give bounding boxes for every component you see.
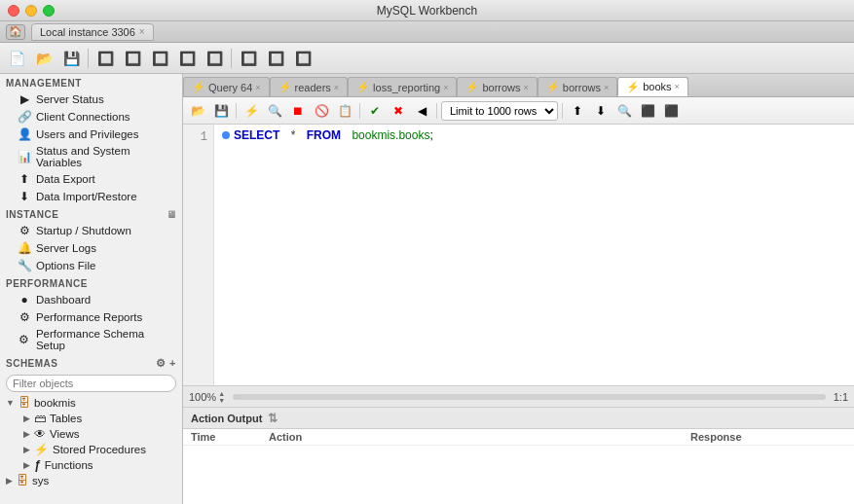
tab-books-close[interactable]: × [675,82,680,91]
sql-star: * [291,128,296,142]
sidebar-item-options-file[interactable]: 🔧 Options File [0,257,182,274]
tab-borrows2-close[interactable]: × [604,83,609,92]
schema-item-stored-procedures[interactable]: ▶ ⚡ Stored Procedures [14,442,182,457]
sql-space2 [299,128,302,142]
bookmis-children: ▶ 🗃 Tables ▶ 👁 Views ▶ ⚡ Stored Procedur… [0,411,182,473]
tab-books[interactable]: ⚡ books × [617,77,688,96]
sidebar-label-data-export: Data Export [36,173,95,185]
sidebar-item-server-logs[interactable]: 🔔 Server Logs [0,239,182,257]
toolbar-btn-6[interactable]: 🔲 [202,47,227,70]
action-output-toggle[interactable]: ⇅ [268,412,278,425]
close-button[interactable] [8,5,19,17]
tab-query64-label: Query 64 [208,82,252,93]
sidebar-item-server-status[interactable]: ▶ Server Status [0,90,182,108]
q-cancel-btn[interactable]: ✖ [388,100,409,122]
col-action-header: Action [269,431,690,443]
toolbar-btn-4[interactable]: 🔲 [147,47,172,70]
limit-select[interactable]: Limit to 1000 rows [441,101,558,121]
schema-item-sys[interactable]: ▶ 🗄 sys [0,473,182,488]
tab-borrows2[interactable]: ⚡ borrows × [538,77,617,96]
q-import-btn[interactable]: ⬇ [590,100,612,122]
zoom-control[interactable]: 100% ▲ ▼ [189,390,225,404]
views-label: Views [50,428,79,440]
toolbar-btn-9[interactable]: 🔲 [290,47,316,70]
q-run-btn[interactable]: ⚡ [241,100,262,122]
instance-tab-close[interactable]: × [139,26,145,37]
sidebar-item-data-export[interactable]: ⬆ Data Export [0,170,182,188]
q-refresh-btn[interactable]: 📋 [334,100,355,122]
editor-area: 1 SELECT * FROM bookmis.books ; [183,125,854,385]
q-save-btn[interactable]: 💾 [210,100,232,122]
q-export-btn[interactable]: ⬆ [567,100,588,122]
q-wrap-btn[interactable]: ⬛ [637,100,658,122]
tab-readers-label: readers [295,82,331,93]
sidebar-item-perf-schema[interactable]: ⚙ Performance Schema Setup [0,326,182,353]
schemas-controls[interactable]: ⚙ + [156,357,176,370]
sql-space1 [283,128,286,142]
sidebar-label-dashboard: Dashboard [36,294,91,306]
schema-item-views[interactable]: ▶ 👁 Views [14,426,182,442]
sidebar-item-status-vars[interactable]: 📊 Status and System Variables [0,143,182,170]
toolbar-open-btn[interactable]: 📂 [31,47,56,70]
instance-tab[interactable]: Local instance 3306 × [31,23,154,41]
sidebar-item-dashboard[interactable]: ● Dashboard [0,291,182,308]
minimize-button[interactable] [25,5,37,17]
sidebar-label-startup: Startup / Shutdown [36,225,131,236]
editor-body: SELECT * FROM bookmis.books ; [214,125,854,385]
sidebar-label-options-file: Options File [36,260,95,271]
zoom-arrows[interactable]: ▲ ▼ [218,390,225,404]
schema-item-bookmis[interactable]: ▼ 🗄 bookmis [0,395,182,411]
q-search-btn[interactable]: 🔍 [264,100,285,122]
status-bar: 100% ▲ ▼ 1:1 [183,385,854,407]
toolbar-new-btn[interactable]: 📄 [4,47,29,70]
tab-borrows1-close[interactable]: × [524,83,529,92]
schema-filter-input[interactable] [6,375,176,392]
perf-schema-icon: ⚙ [18,333,31,346]
window-controls[interactable] [8,5,55,17]
q-check-btn[interactable]: ✔ [364,100,386,122]
toolbar-btn-5[interactable]: 🔲 [174,47,200,70]
stored-procs-label: Stored Procedures [53,444,146,455]
q-zoom-btn[interactable]: 🔍 [613,100,635,122]
sidebar-label-data-import: Data Import/Restore [36,191,137,202]
sidebar-item-client-connections[interactable]: 🔗 Client Connections [0,108,182,126]
dashboard-icon: ● [18,293,31,306]
tab-loss-reporting[interactable]: ⚡ loss_reporting × [348,77,457,96]
query-toolbar: 📂 💾 ⚡ 🔍 ⏹ 🚫 📋 ✔ ✖ ◀ Limit to 1000 rows ⬆… [183,97,854,125]
toolbar-save-btn[interactable]: 💾 [58,47,84,70]
q-open-btn[interactable]: 📂 [187,100,208,122]
tables-chevron: ▶ [23,414,30,423]
toolbar-btn-2[interactable]: 🔲 [93,47,118,70]
sidebar-item-perf-reports[interactable]: ⚙ Performance Reports [0,308,182,326]
schema-item-functions[interactable]: ▶ ƒ Functions [14,457,182,473]
bookmis-chevron: ▼ [6,398,15,408]
q-stop2-btn[interactable]: 🚫 [311,100,332,122]
tab-loss-close[interactable]: × [443,83,448,92]
toolbar-btn-8[interactable]: 🔲 [263,47,288,70]
q-stop-btn[interactable]: ⏹ [287,100,309,122]
tab-readers[interactable]: ⚡ readers × [270,77,349,96]
sidebar-item-users[interactable]: 👤 Users and Privileges [0,126,182,143]
tab-readers-close[interactable]: × [334,83,339,92]
maximize-button[interactable] [43,5,55,17]
q-prev-btn[interactable]: ◀ [411,100,432,122]
sidebar-item-data-import[interactable]: ⬇ Data Import/Restore [0,188,182,205]
sidebar: MANAGEMENT ▶ Server Status 🔗 Client Conn… [0,74,183,504]
stored-procs-chevron: ▶ [23,445,30,454]
tab-borrows1[interactable]: ⚡ borrows × [457,77,537,96]
sidebar-label-status-vars: Status and System Variables [36,145,176,168]
schemas-header: SCHEMAS ⚙ + [0,353,182,372]
sidebar-item-startup-shutdown[interactable]: ⚙ Startup / Shutdown [0,222,182,239]
horizontal-scrollbar[interactable] [233,394,826,400]
q-format-btn[interactable]: ⬛ [660,100,682,122]
position-indicator: 1:1 [834,391,848,403]
toolbar-btn-7[interactable]: 🔲 [236,47,261,70]
tab-query64-close[interactable]: × [255,83,260,92]
toolbar-btn-3[interactable]: 🔲 [120,47,145,70]
startup-icon: ⚙ [18,224,31,237]
schema-item-tables[interactable]: ▶ 🗃 Tables [14,411,182,426]
functions-icon: ƒ [34,458,41,472]
stored-procs-icon: ⚡ [34,443,49,456]
home-button[interactable]: 🏠 [6,24,25,40]
tab-query64[interactable]: ⚡ Query 64 × [183,77,270,96]
